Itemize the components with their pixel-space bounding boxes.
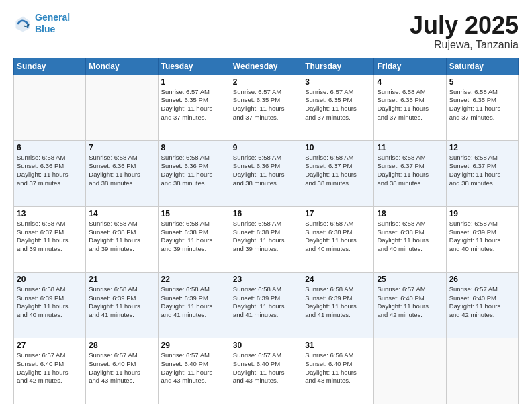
title-block: July 2025 Rujewa, Tanzania [410, 12, 519, 51]
day-number: 4 [377, 77, 443, 87]
table-row: 20Sunrise: 6:58 AM Sunset: 6:39 PM Dayli… [14, 272, 86, 338]
day-number: 30 [233, 340, 299, 350]
header: General Blue July 2025 Rujewa, Tanzania [13, 12, 519, 51]
day-number: 8 [161, 143, 227, 152]
table-row: 14Sunrise: 6:58 AM Sunset: 6:38 PM Dayli… [86, 206, 158, 272]
day-info: Sunrise: 6:58 AM Sunset: 6:35 PM Dayligh… [377, 88, 443, 122]
day-number: 19 [449, 209, 515, 218]
day-number: 22 [161, 275, 227, 284]
day-info: Sunrise: 6:58 AM Sunset: 6:39 PM Dayligh… [17, 285, 83, 320]
day-info: Sunrise: 6:58 AM Sunset: 6:37 PM Dayligh… [449, 154, 515, 188]
day-info: Sunrise: 6:58 AM Sunset: 6:38 PM Dayligh… [89, 220, 154, 254]
day-number: 12 [449, 143, 515, 152]
calendar-header-row: Sunday Monday Tuesday Wednesday Thursday… [14, 58, 519, 75]
day-number: 6 [17, 143, 83, 152]
day-number: 7 [89, 143, 154, 152]
calendar-week-row: 6Sunrise: 6:58 AM Sunset: 6:36 PM Daylig… [14, 140, 519, 206]
day-number: 31 [305, 340, 371, 350]
day-info: Sunrise: 6:57 AM Sunset: 6:40 PM Dayligh… [17, 351, 83, 385]
day-number: 15 [161, 209, 227, 218]
table-row: 15Sunrise: 6:58 AM Sunset: 6:38 PM Dayli… [158, 206, 230, 272]
day-number: 5 [449, 77, 515, 87]
day-info: Sunrise: 6:58 AM Sunset: 6:36 PM Dayligh… [89, 154, 154, 188]
table-row: 31Sunrise: 6:56 AM Sunset: 6:40 PM Dayli… [302, 338, 374, 404]
table-row: 7Sunrise: 6:58 AM Sunset: 6:36 PM Daylig… [86, 140, 158, 206]
table-row: 25Sunrise: 6:57 AM Sunset: 6:40 PM Dayli… [374, 272, 446, 338]
table-row [14, 75, 86, 140]
table-row: 9Sunrise: 6:58 AM Sunset: 6:36 PM Daylig… [230, 140, 302, 206]
day-number: 9 [233, 143, 299, 152]
col-saturday: Saturday [446, 58, 518, 75]
day-number: 29 [161, 340, 227, 350]
table-row: 2Sunrise: 6:57 AM Sunset: 6:35 PM Daylig… [230, 75, 302, 140]
day-number: 28 [89, 340, 154, 350]
col-friday: Friday [374, 58, 446, 75]
day-info: Sunrise: 6:57 AM Sunset: 6:35 PM Dayligh… [233, 88, 299, 122]
table-row: 3Sunrise: 6:57 AM Sunset: 6:35 PM Daylig… [302, 75, 374, 140]
table-row: 27Sunrise: 6:57 AM Sunset: 6:40 PM Dayli… [14, 338, 86, 404]
day-number: 13 [17, 209, 83, 218]
col-wednesday: Wednesday [230, 58, 302, 75]
day-info: Sunrise: 6:58 AM Sunset: 6:39 PM Dayligh… [233, 285, 299, 320]
day-info: Sunrise: 6:58 AM Sunset: 6:36 PM Dayligh… [17, 154, 83, 188]
table-row: 16Sunrise: 6:58 AM Sunset: 6:38 PM Dayli… [230, 206, 302, 272]
table-row: 10Sunrise: 6:58 AM Sunset: 6:37 PM Dayli… [302, 140, 374, 206]
day-info: Sunrise: 6:57 AM Sunset: 6:40 PM Dayligh… [449, 285, 515, 320]
day-info: Sunrise: 6:58 AM Sunset: 6:37 PM Dayligh… [17, 220, 83, 254]
day-number: 23 [233, 275, 299, 284]
table-row: 18Sunrise: 6:58 AM Sunset: 6:38 PM Dayli… [374, 206, 446, 272]
col-sunday: Sunday [14, 58, 86, 75]
day-number: 1 [161, 77, 227, 87]
day-number: 21 [89, 275, 154, 284]
table-row: 1Sunrise: 6:57 AM Sunset: 6:35 PM Daylig… [158, 75, 230, 140]
day-number: 14 [89, 209, 154, 218]
logo-text: General Blue [35, 12, 70, 35]
col-thursday: Thursday [302, 58, 374, 75]
table-row [446, 338, 518, 404]
table-row: 19Sunrise: 6:58 AM Sunset: 6:39 PM Dayli… [446, 206, 518, 272]
table-row: 30Sunrise: 6:57 AM Sunset: 6:40 PM Dayli… [230, 338, 302, 404]
logo-line1: General [35, 12, 70, 23]
day-info: Sunrise: 6:56 AM Sunset: 6:40 PM Dayligh… [305, 351, 371, 385]
day-number: 3 [305, 77, 371, 87]
logo-line2: Blue [35, 24, 55, 34]
calendar-table: Sunday Monday Tuesday Wednesday Thursday… [13, 58, 519, 404]
col-monday: Monday [86, 58, 158, 75]
table-row: 24Sunrise: 6:58 AM Sunset: 6:39 PM Dayli… [302, 272, 374, 338]
col-tuesday: Tuesday [158, 58, 230, 75]
calendar-week-row: 13Sunrise: 6:58 AM Sunset: 6:37 PM Dayli… [14, 206, 519, 272]
day-number: 27 [17, 340, 83, 350]
table-row: 6Sunrise: 6:58 AM Sunset: 6:36 PM Daylig… [14, 140, 86, 206]
day-number: 10 [305, 143, 371, 152]
day-info: Sunrise: 6:57 AM Sunset: 6:35 PM Dayligh… [305, 88, 371, 122]
page: General Blue July 2025 Rujewa, Tanzania … [0, 0, 532, 411]
title-month: July 2025 [410, 12, 519, 39]
day-info: Sunrise: 6:58 AM Sunset: 6:39 PM Dayligh… [305, 285, 371, 320]
table-row: 21Sunrise: 6:58 AM Sunset: 6:39 PM Dayli… [86, 272, 158, 338]
day-info: Sunrise: 6:57 AM Sunset: 6:40 PM Dayligh… [89, 351, 154, 385]
table-row: 5Sunrise: 6:58 AM Sunset: 6:35 PM Daylig… [446, 75, 518, 140]
logo: General Blue [13, 12, 70, 35]
day-info: Sunrise: 6:58 AM Sunset: 6:36 PM Dayligh… [233, 154, 299, 188]
day-info: Sunrise: 6:58 AM Sunset: 6:39 PM Dayligh… [161, 285, 227, 320]
day-info: Sunrise: 6:58 AM Sunset: 6:36 PM Dayligh… [161, 154, 227, 188]
day-info: Sunrise: 6:58 AM Sunset: 6:38 PM Dayligh… [233, 220, 299, 254]
day-info: Sunrise: 6:57 AM Sunset: 6:35 PM Dayligh… [161, 88, 227, 122]
logo-icon [13, 14, 32, 33]
day-info: Sunrise: 6:58 AM Sunset: 6:38 PM Dayligh… [377, 220, 443, 254]
calendar-week-row: 27Sunrise: 6:57 AM Sunset: 6:40 PM Dayli… [14, 338, 519, 404]
day-info: Sunrise: 6:57 AM Sunset: 6:40 PM Dayligh… [161, 351, 227, 385]
day-number: 2 [233, 77, 299, 87]
day-info: Sunrise: 6:58 AM Sunset: 6:39 PM Dayligh… [449, 220, 515, 254]
title-location: Rujewa, Tanzania [410, 39, 519, 51]
day-number: 24 [305, 275, 371, 284]
calendar-week-row: 1Sunrise: 6:57 AM Sunset: 6:35 PM Daylig… [14, 75, 519, 140]
day-info: Sunrise: 6:57 AM Sunset: 6:40 PM Dayligh… [233, 351, 299, 385]
table-row: 8Sunrise: 6:58 AM Sunset: 6:36 PM Daylig… [158, 140, 230, 206]
table-row: 23Sunrise: 6:58 AM Sunset: 6:39 PM Dayli… [230, 272, 302, 338]
calendar-week-row: 20Sunrise: 6:58 AM Sunset: 6:39 PM Dayli… [14, 272, 519, 338]
day-info: Sunrise: 6:58 AM Sunset: 6:38 PM Dayligh… [305, 220, 371, 254]
table-row: 13Sunrise: 6:58 AM Sunset: 6:37 PM Dayli… [14, 206, 86, 272]
table-row: 28Sunrise: 6:57 AM Sunset: 6:40 PM Dayli… [86, 338, 158, 404]
day-info: Sunrise: 6:58 AM Sunset: 6:39 PM Dayligh… [89, 285, 154, 320]
